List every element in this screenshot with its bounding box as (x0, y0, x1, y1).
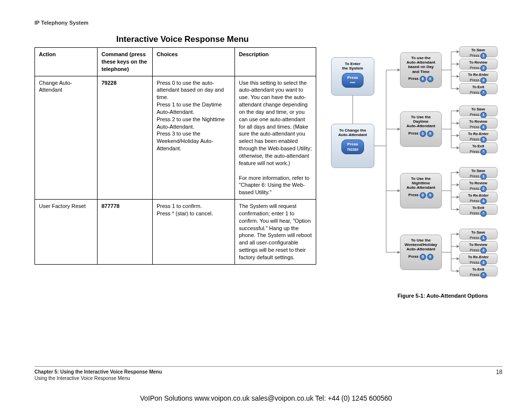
ivr-table: ActionCommand (press these keys on the t… (34, 47, 316, 265)
table-cell: User Factory Reset (35, 200, 98, 265)
diagram-node: To Use the Daytime Auto-AttendantPress 1… (400, 111, 442, 147)
diagram-node: To ExitPress * (459, 266, 498, 276)
page-footer: Chapter 5: Using the Interactive Voice R… (34, 366, 502, 381)
diagram-node: To ReviewPress 2 (459, 118, 498, 129)
diagram-node: To Use the Weekend/Holiday Auto-Attendan… (400, 235, 442, 270)
table-header: Command (press these keys on the telepho… (98, 48, 153, 76)
diagram-node: To ExitPress * (459, 83, 498, 94)
diagram-node: To Enter the SystemPress**** (331, 57, 374, 96)
diagram-node: To Change the Auto-AttendantPress79228# (331, 124, 374, 168)
table-header: Action (35, 48, 98, 76)
table-cell: Press 1 to confirm. Press * (star) to ca… (153, 200, 235, 265)
diagram-node: To ExitPress * (459, 142, 498, 153)
diagram-node: To ReviewPress 2 (459, 179, 498, 190)
diagram-node: To Re-EnterPress 3 (459, 192, 498, 203)
auto-attendant-diagram: Figure 5-1: Auto-Attendant Options To En… (331, 47, 502, 304)
running-header: IP Telephony System (34, 20, 502, 26)
diagram-node: To ReviewPress 2 (459, 241, 498, 252)
figure-caption: Figure 5-1: Auto-Attendant Options (398, 293, 488, 299)
diagram-node: To SavePress 1 (459, 46, 498, 57)
diagram-node: To SavePress 1 (459, 167, 498, 178)
diagram-node: To ReviewPress 2 (459, 59, 498, 69)
table-cell: The System will request confirmation; en… (235, 200, 316, 265)
table-cell: Use this setting to select the auto-atte… (235, 76, 316, 200)
table-row: Change Auto-Attendant79228Press 0 to use… (35, 76, 316, 200)
footer-chapter: Chapter 5: Using the Interactive Voice R… (34, 369, 162, 375)
diagram-node: To SavePress 1 (459, 105, 498, 116)
section-title: Interactive Voice Response Menu (116, 34, 502, 44)
diagram-node: To SavePress 1 (459, 229, 498, 240)
diagram-node: To use the Auto-Attendant based on Day a… (400, 52, 442, 88)
table-cell: 877778 (98, 200, 153, 265)
table-row: User Factory Reset877778Press 1 to confi… (35, 200, 316, 265)
page-number: 18 (496, 369, 502, 381)
table-cell: Change Auto-Attendant (35, 76, 98, 200)
table-cell: Press 0 to use the auto-attendant based … (153, 76, 235, 200)
diagram-node: To Re-EnterPress 3 (459, 130, 498, 141)
diagram-node: To ExitPress * (459, 204, 498, 215)
footer-sub: Using the Interactive Voice Response Men… (34, 375, 162, 381)
table-header: Choices (153, 48, 235, 76)
diagram-node: To Re-EnterPress 3 (459, 253, 498, 264)
table-header: Description (235, 48, 316, 76)
diagram-node: To Re-EnterPress 3 (459, 71, 498, 82)
contact-line: VoIPon Solutions www.voipon.co.uk sales@… (0, 394, 532, 402)
diagram-node: To Use the Nighttime Auto-AttendantPress… (400, 173, 442, 208)
table-cell: 79228 (98, 76, 153, 200)
